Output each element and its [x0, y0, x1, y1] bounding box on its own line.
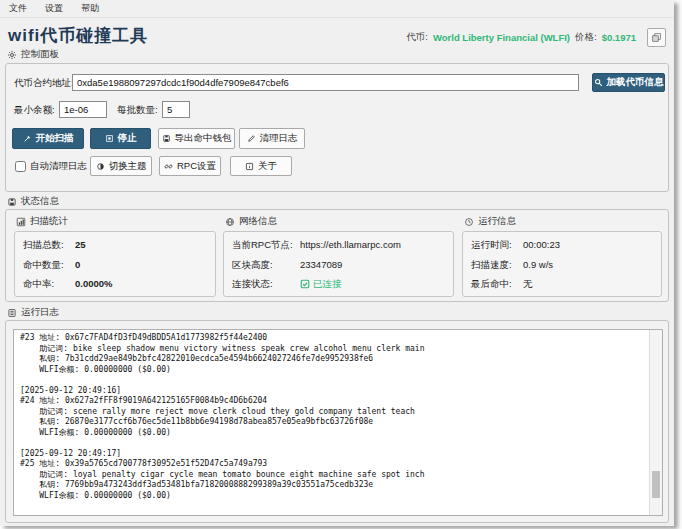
- connection-status-row: 连接状态: 已连接: [232, 274, 445, 294]
- log-list-icon: [7, 308, 17, 318]
- check-icon: [300, 279, 310, 289]
- auto-clear-log-checkbox[interactable]: 自动清理日志: [15, 160, 87, 173]
- about-button[interactable]: 关于: [230, 156, 292, 176]
- hit-rate-value: 0.0000%: [75, 274, 113, 294]
- connection-status-badge: 已连接: [300, 274, 342, 294]
- min-balance-input[interactable]: [59, 101, 107, 118]
- export-wallets-button[interactable]: 导出命中钱包: [158, 128, 235, 149]
- runtime-row: 运行时间: 00:00:23: [471, 235, 653, 255]
- log-scrollbar-thumb[interactable]: [652, 471, 660, 498]
- block-height-row: 区块高度: 23347089: [232, 255, 445, 275]
- bar-chart-icon: [16, 217, 26, 227]
- load-token-button[interactable]: 加载代币信息: [592, 73, 665, 92]
- log-viewer[interactable]: #23 地址: 0x67c7FAD4fD3fD49dBDD5A1d1773982…: [13, 329, 663, 516]
- stop-button[interactable]: 停止: [90, 128, 151, 149]
- magnifier-icon: [594, 78, 603, 87]
- block-height-value: 23347089: [300, 255, 342, 275]
- app-window: 文件 设置 帮助 wifi代币碰撞工具 代币: World Liberty Fi…: [0, 0, 674, 526]
- stop-icon: [105, 134, 114, 143]
- scan-speed-row: 扫描速度: 0.9 w/s: [471, 255, 653, 275]
- price-label: 价格:: [575, 31, 597, 44]
- scan-stats-header: 扫描统计: [16, 215, 216, 228]
- link-icon: [164, 162, 173, 171]
- scan-speed-value: 0.9 w/s: [523, 255, 553, 275]
- status-panel: 扫描统计 扫描总数: 25 命中数量: 0 命中率: 0.0000%: [5, 209, 669, 302]
- control-panel-section-label: 控制面板: [7, 48, 59, 61]
- toggle-theme-button[interactable]: 切换主题: [90, 156, 152, 176]
- contract-address-label: 代币合约地址:: [14, 77, 74, 90]
- info-icon: [245, 162, 254, 171]
- status-title: 状态信息: [21, 195, 59, 208]
- scan-stats-panel: 扫描统计 扫描总数: 25 命中数量: 0 命中率: 0.0000%: [14, 210, 216, 301]
- globe-icon: [225, 217, 235, 227]
- last-hit-row: 最后命中: 无: [471, 274, 653, 294]
- token-label: 代币:: [406, 31, 428, 44]
- page-title: wifi代币碰撞工具: [8, 24, 148, 47]
- runtime-info-panel: 运行信息 运行时间: 00:00:23 扫描速度: 0.9 w/s 最后命中: …: [462, 210, 662, 301]
- scan-total-row: 扫描总数: 25: [23, 235, 207, 255]
- menu-help[interactable]: 帮助: [72, 0, 108, 17]
- token-summary: 代币: World Liberty Financial (WLFI) 价格: $…: [406, 28, 666, 47]
- hit-count-row: 命中数量: 0: [23, 255, 207, 275]
- gear-icon: [7, 50, 17, 60]
- runtime-value: 00:00:23: [523, 235, 560, 255]
- rpc-node-row: 当前RPC节点: https://eth.llamarpc.com: [232, 235, 445, 255]
- clock-icon: [464, 217, 474, 227]
- hit-rate-row: 命中率: 0.0000%: [23, 274, 207, 294]
- log-section-label: 运行日志: [7, 306, 59, 319]
- network-info-header: 网络信息: [225, 215, 454, 228]
- window-icon: [651, 32, 662, 43]
- log-panel: #23 地址: 0x67c7FAD4fD3fD49dBDD5A1d1773982…: [5, 320, 669, 523]
- theme-icon: [96, 162, 105, 171]
- scan-total-value: 25: [75, 235, 86, 255]
- rocket-icon: [23, 134, 32, 143]
- hit-count-value: 0: [75, 255, 80, 275]
- window-mini-button[interactable]: [647, 28, 666, 47]
- menu-bar: 文件 设置 帮助: [0, 0, 674, 18]
- floppy-icon: [162, 134, 171, 143]
- start-scan-button[interactable]: 开始扫描: [12, 128, 84, 149]
- menu-settings[interactable]: 设置: [36, 0, 72, 17]
- control-panel: 代币合约地址: 加载代币信息 最小余额: 每批数量: 开始扫描 停止: [5, 63, 669, 192]
- token-name: World Liberty Financial (WLFI): [433, 32, 570, 43]
- log-scrollbar[interactable]: [649, 330, 662, 515]
- batch-size-input[interactable]: [162, 101, 190, 118]
- menu-file[interactable]: 文件: [0, 0, 36, 17]
- contract-address-input[interactable]: [72, 74, 579, 91]
- control-panel-title: 控制面板: [21, 48, 59, 61]
- auto-clear-log-checkbox-input[interactable]: [15, 161, 26, 172]
- network-info-panel: 网络信息 当前RPC节点: https://eth.llamarpc.com 区…: [223, 210, 454, 301]
- status-disk-icon: [7, 197, 17, 207]
- pencil-icon: [247, 134, 256, 143]
- price-value: $0.1971: [602, 32, 636, 43]
- clear-log-button[interactable]: 清理日志: [239, 128, 305, 149]
- log-title: 运行日志: [21, 306, 59, 319]
- rpc-settings-button[interactable]: RPC设置: [159, 156, 221, 176]
- runtime-info-header: 运行信息: [464, 215, 662, 228]
- min-balance-label: 最小余额:: [14, 104, 55, 117]
- batch-size-label: 每批数量:: [117, 104, 158, 117]
- rpc-node-value: https://eth.llamarpc.com: [300, 235, 401, 255]
- log-content[interactable]: #23 地址: 0x67c7FAD4fD3fD49dBDD5A1d1773982…: [14, 330, 649, 515]
- last-hit-value: 无: [523, 274, 533, 294]
- status-section-label: 状态信息: [7, 195, 59, 208]
